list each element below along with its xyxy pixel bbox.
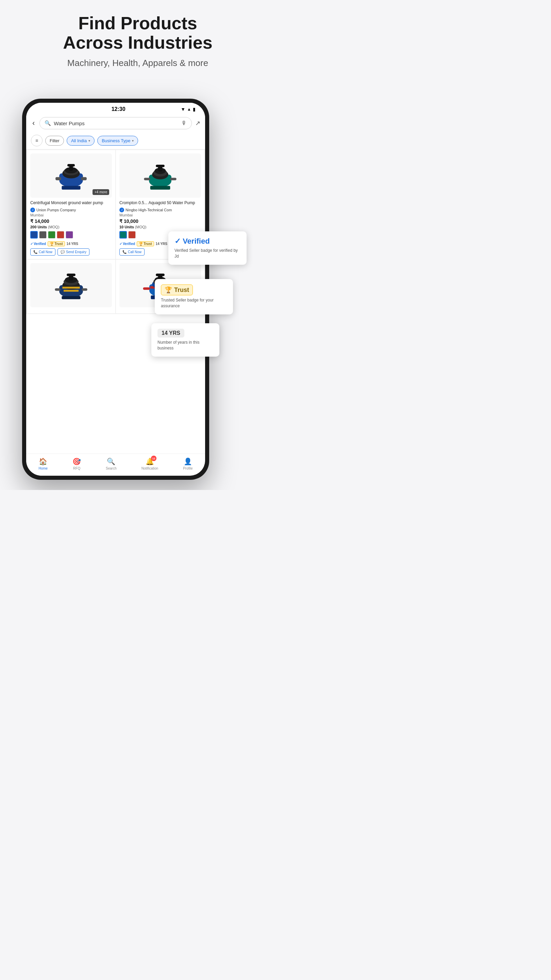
search-nav-icon: 🔍 (107, 457, 115, 466)
search-query[interactable]: Water Pumps (54, 121, 179, 126)
tooltip-verified-desc: Verified Seller badge for verified by Jd (175, 248, 240, 259)
badges-row-1: ✓ Verified 🏆 Trust 14 YRS (30, 241, 112, 247)
tooltip-trust-desc: Trusted Seller badge for your assurance (161, 298, 227, 309)
trust-badge-2: 🏆 Trust (137, 241, 154, 247)
nav-rfq-label: RFQ (73, 466, 80, 470)
nav-profile[interactable]: 👤 Profile (183, 457, 192, 470)
search-box[interactable]: 🔍 Water Pumps 🎙 (40, 117, 192, 129)
svg-rect-39 (156, 274, 165, 276)
tooltip-verified-title: ✓ Verified (175, 237, 240, 246)
filter-chip-business-type[interactable]: Business Type ▾ (97, 136, 138, 146)
filter-icon-button[interactable]: ≡ (31, 135, 43, 146)
seller-row-1: J Union Pumps Company (30, 208, 112, 212)
product-card-1[interactable]: +4 more Centrifugal Monoset ground water… (27, 150, 115, 259)
nav-rfq[interactable]: 🎯 RFQ (73, 457, 81, 470)
svg-rect-23 (62, 286, 79, 288)
swatch-red2[interactable] (128, 231, 136, 239)
nav-home[interactable]: 🏠 Home (38, 457, 48, 470)
product-card-3[interactable] (27, 259, 115, 313)
battery-icon: ▮ (193, 107, 195, 112)
nav-home-label: Home (38, 466, 48, 470)
main-title: Find Products Across Industries (21, 14, 255, 52)
svg-rect-29 (55, 288, 60, 291)
svg-rect-6 (67, 164, 75, 166)
seller-name-2: Ningbo High-Technical Com (125, 208, 172, 212)
seller-row-2: J Ningbo High-Technical Com (119, 208, 201, 212)
swatch-blue[interactable] (30, 231, 38, 239)
signal-icon: ▲ (187, 107, 191, 111)
product-name-1: Centrifugal Monoset ground water pump (30, 200, 112, 206)
swatch-gray[interactable] (39, 231, 47, 239)
phone-mockup: 12:30 ▼ ▲ ▮ ‹ 🔍 Water Pumps 🎙 ↗ ≡ (22, 99, 209, 480)
search-bar-row: ‹ 🔍 Water Pumps 🎙 ↗ (26, 115, 205, 132)
swatch-red[interactable] (57, 231, 64, 239)
share-button[interactable]: ↗ (195, 119, 200, 127)
trust-badge-1: 🏆 Trust (48, 241, 65, 247)
svg-rect-9 (62, 186, 81, 189)
time-display: 12:30 (111, 106, 125, 112)
seller-name-1: Union Pumps Company (37, 208, 76, 212)
nav-notification-label: Notification (141, 466, 158, 470)
svg-rect-19 (150, 186, 170, 189)
filter-chip-filter[interactable]: Filter (45, 136, 64, 146)
svg-rect-16 (156, 165, 165, 167)
moq-1: 200 Units (MOQ) (30, 225, 112, 229)
swatch-green[interactable] (48, 231, 56, 239)
svg-rect-31 (62, 296, 81, 299)
header-section: Find Products Across Industries Machiner… (0, 0, 275, 75)
product-svg-3 (52, 266, 90, 304)
search-icon: 🔍 (44, 120, 51, 126)
product-name-2: Crompton 0.5... Aquagold 50 Water Pump (119, 200, 201, 206)
status-icons: ▼ ▲ ▮ (181, 107, 195, 112)
location-2: Mumbai (119, 213, 201, 217)
tooltip-verified: ✓ Verified Verified Seller badge for ver… (168, 231, 246, 265)
tooltip-trust: 🏆 Trust Trusted Seller badge for your as… (155, 279, 233, 314)
home-icon: 🏠 (39, 457, 47, 466)
action-buttons-1: 📞 Call Now 💬 Send Enquiry (30, 248, 112, 256)
svg-rect-28 (67, 274, 76, 276)
filter-chip-location[interactable]: All India ▾ (67, 136, 95, 146)
svg-rect-24 (64, 290, 79, 292)
swatch-purple[interactable] (66, 231, 73, 239)
moq-2: 10 Units (MOQ) (119, 225, 201, 229)
call-now-button-1[interactable]: 📞 Call Now (30, 248, 56, 256)
swatch-teal[interactable] (119, 231, 127, 239)
seller-icon-1: J (30, 208, 35, 212)
call-now-button-2[interactable]: 📞 Call Now (119, 248, 144, 256)
verified-checkmark-icon: ✓ (175, 237, 181, 245)
trust-chip-large: 🏆 Trust (161, 285, 193, 295)
svg-rect-18 (170, 178, 176, 180)
back-button[interactable]: ‹ (31, 119, 36, 127)
profile-icon: 👤 (184, 457, 192, 466)
svg-rect-17 (144, 178, 150, 180)
wifi-icon: ▼ (181, 107, 185, 112)
seller-icon-2: J (119, 208, 124, 212)
product-image-2 (119, 153, 201, 198)
years-badge-1: 14 YRS (67, 242, 78, 246)
sub-title: Machinery, Health, Apparels & more (21, 58, 255, 68)
verified-badge-1: ✓ Verified (30, 242, 46, 246)
tooltip-years: 14 YRS Number of years in this business (151, 323, 219, 356)
send-enquiry-button-1[interactable]: 💬 Send Enquiry (57, 248, 89, 256)
notification-wrapper: 🔔 12 (146, 457, 154, 466)
product-image-1: +4 more (30, 153, 112, 198)
chevron-down-icon: ▾ (89, 139, 90, 143)
nav-profile-label: Profile (183, 466, 192, 470)
status-bar: 12:30 ▼ ▲ ▮ (26, 103, 205, 115)
tooltip-years-desc: Number of years in this business (157, 340, 213, 351)
filter-row: ≡ Filter All India ▾ Business Type ▾ (26, 132, 205, 150)
nav-notification[interactable]: 🔔 12 Notification (141, 457, 158, 470)
nav-search[interactable]: 🔍 Search (106, 457, 117, 470)
rfq-icon: 🎯 (73, 457, 81, 466)
chevron-down-icon: ▾ (132, 139, 134, 143)
notification-badge: 12 (151, 456, 156, 461)
svg-rect-40 (143, 287, 150, 290)
mic-icon[interactable]: 🎙 (181, 120, 187, 126)
price-1: ₹ 14,000 (30, 218, 112, 224)
svg-rect-8 (81, 177, 87, 180)
svg-rect-7 (56, 177, 61, 180)
more-images-badge: +4 more (92, 189, 109, 195)
product-image-3 (30, 263, 112, 307)
svg-rect-30 (82, 288, 87, 291)
price-2: ₹ 10,000 (119, 218, 201, 224)
